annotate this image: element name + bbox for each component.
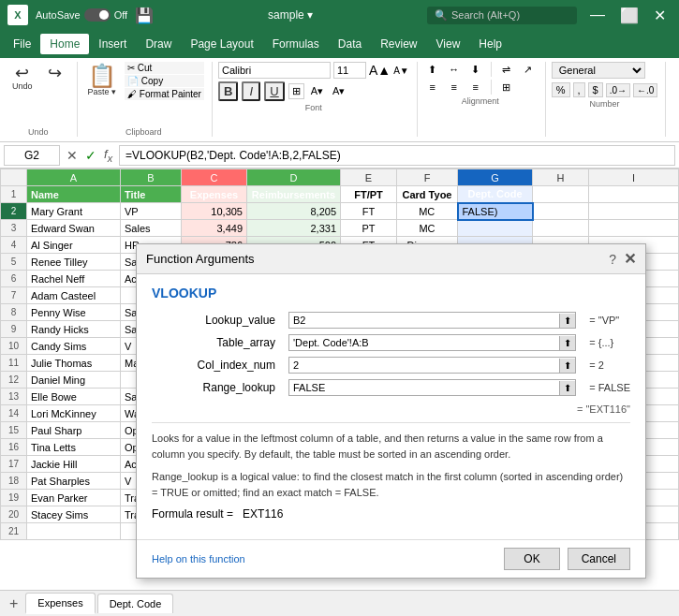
menu-review[interactable]: Review — [371, 34, 426, 54]
cell-F2[interactable]: MC — [397, 203, 458, 220]
number-format-select[interactable]: General — [552, 62, 645, 79]
cell-D2[interactable]: 8,205 — [247, 203, 341, 220]
arg-expand-button-0[interactable]: ⬆ — [559, 314, 575, 328]
cancel-formula-button[interactable]: ✕ — [64, 147, 81, 164]
save-icon[interactable]: 💾 — [135, 7, 154, 24]
merge-button[interactable]: ⊞ — [497, 80, 516, 95]
cell-A11[interactable]: Julie Thomas — [27, 355, 121, 372]
col-header-B[interactable]: B — [121, 169, 182, 186]
menu-file[interactable]: File — [4, 34, 40, 54]
menu-view[interactable]: View — [427, 34, 470, 54]
arg-input-1[interactable] — [289, 335, 559, 350]
restore-button[interactable]: ⬜ — [614, 7, 644, 24]
cell-A7[interactable]: Adam Casteel — [27, 287, 121, 304]
cell-A21[interactable] — [27, 523, 121, 540]
dialog-ok-button[interactable]: OK — [504, 548, 559, 570]
cell-A14[interactable]: Lori McKinney — [27, 405, 121, 422]
cell-H1[interactable] — [533, 186, 589, 203]
cell-A18[interactable]: Pat Sharples — [27, 473, 121, 490]
window-controls[interactable]: — ⬜ ✕ — [584, 7, 672, 24]
border-button[interactable]: ⊞ — [288, 83, 304, 99]
align-center-button[interactable]: ≡ — [445, 80, 464, 95]
dialog-help-icon[interactable]: ? — [609, 252, 616, 267]
align-bottom-button[interactable]: ⬇ — [466, 62, 485, 77]
orientation-button[interactable]: ↗ — [519, 62, 538, 77]
menu-page-layout[interactable]: Page Layout — [181, 34, 262, 54]
cut-button[interactable]: ✂ Cut — [125, 62, 204, 74]
cell-G1[interactable]: Dept. Code — [458, 186, 533, 203]
minimize-button[interactable]: — — [584, 7, 611, 24]
align-middle-button[interactable]: ↔ — [445, 62, 464, 77]
cell-A15[interactable]: Paul Sharp — [27, 422, 121, 439]
decrease-font-button[interactable]: A▼ — [393, 66, 409, 76]
dialog-close-button[interactable]: ✕ — [624, 250, 636, 268]
cell-A19[interactable]: Evan Parker — [27, 490, 121, 506]
redo-button[interactable]: ↪ — [41, 62, 69, 84]
menu-help[interactable]: Help — [469, 34, 511, 54]
underline-button[interactable]: U — [264, 81, 284, 101]
cell-D1[interactable]: Reimbursements — [247, 186, 341, 203]
wrap-text-button[interactable]: ⇌ — [497, 62, 516, 77]
percent-button[interactable]: % — [552, 82, 570, 97]
cell-A3[interactable]: Edward Swan — [27, 220, 121, 237]
cell-B1[interactable]: Title — [121, 186, 182, 203]
col-header-E[interactable]: E — [341, 169, 397, 186]
currency-button[interactable]: $ — [588, 82, 603, 97]
close-button[interactable]: ✕ — [648, 7, 672, 24]
cell-G2[interactable]: FALSE) — [458, 203, 533, 220]
confirm-formula-button[interactable]: ✓ — [82, 147, 99, 164]
col-header-D[interactable]: D — [247, 169, 341, 186]
font-family-input[interactable] — [218, 62, 331, 79]
menu-home[interactable]: Home — [40, 34, 89, 54]
cell-H3[interactable] — [533, 220, 589, 237]
autosave-area[interactable]: AutoSave Off — [36, 8, 127, 22]
col-header-C[interactable]: C — [182, 169, 247, 186]
cell-I1[interactable] — [589, 186, 679, 203]
cell-A20[interactable]: Stacey Sims — [27, 506, 121, 523]
cell-F1[interactable]: Card Tyoe — [397, 186, 458, 203]
autosave-toggle[interactable] — [84, 8, 111, 22]
cell-A17[interactable]: Jackie Hill — [27, 456, 121, 473]
arg-expand-button-1[interactable]: ⬆ — [559, 336, 575, 350]
function-arguments-dialog[interactable]: Function Arguments ? ✕ VLOOKUP Lookup_va… — [136, 243, 646, 579]
cell-E2[interactable]: FT — [341, 203, 397, 220]
decrease-decimal-button[interactable]: ←.0 — [633, 83, 657, 97]
dialog-cancel-button[interactable]: Cancel — [568, 548, 630, 570]
arg-input-0[interactable] — [289, 313, 559, 328]
cell-E1[interactable]: FT/PT — [341, 186, 397, 203]
cell-A16[interactable]: Tina Letts — [27, 439, 121, 456]
cell-A5[interactable]: Renee Tilley — [27, 254, 121, 271]
cell-C3[interactable]: 3,449 — [182, 220, 247, 237]
cell-A10[interactable]: Candy Sims — [27, 338, 121, 355]
cell-I3[interactable] — [589, 220, 679, 237]
undo-button[interactable]: ↩ Undo — [7, 62, 37, 94]
cell-B3[interactable]: Sales — [121, 220, 182, 237]
add-sheet-button[interactable]: + — [4, 595, 23, 612]
cell-A12[interactable]: Daniel Ming — [27, 372, 121, 389]
help-link[interactable]: Help on this function — [152, 553, 245, 565]
cell-F3[interactable]: MC — [397, 220, 458, 237]
cell-A8[interactable]: Penny Wise — [27, 304, 121, 321]
fill-color-button[interactable]: A▾ — [308, 84, 326, 98]
cell-D3[interactable]: 2,331 — [247, 220, 341, 237]
menu-insert[interactable]: Insert — [89, 34, 136, 54]
align-right-button[interactable]: ≡ — [466, 80, 485, 95]
cell-A1[interactable]: Name — [27, 186, 121, 203]
cell-B2[interactable]: VP — [121, 203, 182, 220]
cell-I2[interactable] — [589, 203, 679, 220]
search-bar[interactable]: 🔍 Search (Alt+Q) — [427, 7, 577, 24]
formula-input[interactable] — [119, 145, 675, 166]
cell-C2[interactable]: 10,305 — [182, 203, 247, 220]
cell-A4[interactable]: Al Singer — [27, 237, 121, 254]
italic-button[interactable]: I — [242, 81, 260, 101]
col-header-H[interactable]: H — [533, 169, 589, 186]
col-header-F[interactable]: F — [397, 169, 458, 186]
cell-E3[interactable]: PT — [341, 220, 397, 237]
arg-expand-button-2[interactable]: ⬆ — [559, 359, 575, 373]
menu-data[interactable]: Data — [329, 34, 371, 54]
cell-H2[interactable] — [533, 203, 589, 220]
increase-font-button[interactable]: A▲ — [369, 63, 391, 78]
cell-G3[interactable] — [458, 220, 533, 237]
font-size-input[interactable] — [333, 62, 366, 79]
cell-A2[interactable]: Mary Grant — [27, 203, 121, 220]
